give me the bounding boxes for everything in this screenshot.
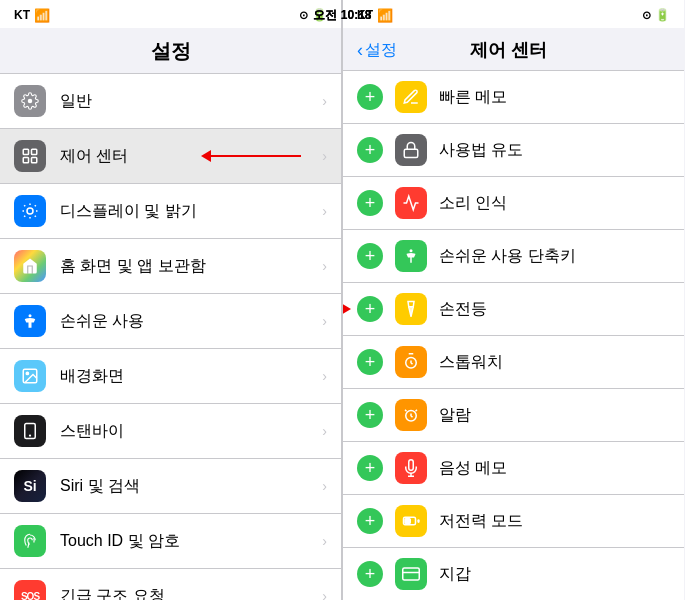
left-panel: KT 📶 오전 10:18 ⊙ 🔋 설정 일반 › — [0, 0, 342, 600]
accessibility-shortcut-icon — [395, 240, 427, 272]
accessibility-shortcut-label: 손쉬운 사용 단축키 — [439, 246, 670, 267]
status-left: KT 📶 — [14, 8, 50, 23]
flashlight-arrow-annotation — [343, 303, 351, 315]
flashlight-arrow-head — [343, 303, 351, 315]
add-voice-memo-button[interactable]: + — [357, 455, 383, 481]
control-item-low-power[interactable]: + 저전력 모드 — [343, 495, 684, 548]
svg-line-37 — [416, 410, 418, 412]
standby-icon — [14, 415, 46, 447]
control-item-quick-note[interactable]: + 빠른 메모 — [343, 71, 684, 124]
emergency-chevron: › — [322, 588, 327, 600]
control-item-sound-recognition[interactable]: + 소리 인식 — [343, 177, 684, 230]
low-power-icon — [395, 505, 427, 537]
arrow-line — [211, 155, 301, 157]
siri-icon: Si — [14, 470, 46, 502]
sound-recognition-icon — [395, 187, 427, 219]
svg-line-9 — [35, 216, 36, 217]
home-screen-icon — [14, 250, 46, 282]
settings-item-home-screen[interactable]: 홈 화면 및 앱 보관함 › — [0, 239, 341, 294]
settings-item-general[interactable]: 일반 › — [0, 74, 341, 129]
touchid-chevron: › — [322, 533, 327, 549]
control-item-accessibility-shortcut[interactable]: + 손쉬운 사용 단축키 — [343, 230, 684, 283]
wallpaper-chevron: › — [322, 368, 327, 384]
svg-rect-30 — [404, 149, 418, 157]
general-label: 일반 — [60, 91, 322, 112]
display-icon — [14, 195, 46, 227]
add-accessibility-shortcut-button[interactable]: + — [357, 243, 383, 269]
control-center-list[interactable]: + 빠른 메모 + 사용법 유도 + 소리 인식 + — [343, 71, 684, 600]
general-chevron: › — [322, 93, 327, 109]
add-wallet-button[interactable]: + — [357, 561, 383, 587]
guided-access-label: 사용법 유도 — [439, 140, 670, 161]
right-nav-bar: ‹ 설정 제어 센터 — [343, 28, 684, 71]
svg-rect-42 — [403, 568, 420, 580]
accessibility-icon — [14, 305, 46, 337]
touchid-icon — [14, 525, 46, 557]
svg-line-12 — [24, 216, 25, 217]
accessibility-chevron: › — [322, 313, 327, 329]
control-item-wallet[interactable]: + 지갑 — [343, 548, 684, 600]
control-item-stopwatch[interactable]: + 스톱워치 — [343, 336, 684, 389]
arrow-annotation — [201, 150, 301, 162]
standby-chevron: › — [322, 423, 327, 439]
svg-rect-2 — [32, 149, 37, 154]
add-stopwatch-button[interactable]: + — [357, 349, 383, 375]
control-item-guided-access[interactable]: + 사용법 유도 — [343, 124, 684, 177]
stopwatch-label: 스톱워치 — [439, 352, 670, 373]
svg-line-36 — [405, 410, 407, 412]
low-power-label: 저전력 모드 — [439, 511, 670, 532]
svg-point-0 — [28, 99, 33, 104]
back-label: 설정 — [365, 40, 397, 61]
add-alarm-button[interactable]: + — [357, 402, 383, 428]
settings-item-emergency[interactable]: SOS 긴급 구조 요청 › — [0, 569, 341, 600]
add-flashlight-button[interactable]: + — [357, 296, 383, 322]
guided-access-icon — [395, 134, 427, 166]
control-item-flashlight[interactable]: + 손전등 — [343, 283, 684, 336]
alarm-icon — [395, 399, 427, 431]
svg-point-16 — [26, 372, 28, 374]
status-right-right: ⊙ 🔋 — [642, 8, 670, 22]
add-sound-recognition-button[interactable]: + — [357, 190, 383, 216]
control-item-voice-memo[interactable]: + 음성 메모 — [343, 442, 684, 495]
emergency-label: 긴급 구조 요청 — [60, 586, 322, 601]
voice-memo-label: 음성 메모 — [439, 458, 670, 479]
flashlight-icon — [395, 293, 427, 325]
wallpaper-icon — [14, 360, 46, 392]
quick-note-icon — [395, 81, 427, 113]
right-title: 제어 센터 — [401, 38, 616, 62]
wallet-icon — [395, 558, 427, 590]
svg-rect-3 — [23, 158, 28, 163]
add-quick-note-button[interactable]: + — [357, 84, 383, 110]
stopwatch-icon — [395, 346, 427, 378]
settings-item-control-center[interactable]: 제어 센터 › — [0, 129, 341, 184]
svg-rect-41 — [405, 519, 410, 524]
settings-item-wallpaper[interactable]: 배경화면 › — [0, 349, 341, 404]
wifi-icon-right: 📶 — [377, 8, 393, 23]
settings-item-standby[interactable]: 스탠바이 › — [0, 404, 341, 459]
quick-note-label: 빠른 메모 — [439, 87, 670, 108]
voice-memo-icon — [395, 452, 427, 484]
svg-point-5 — [27, 208, 33, 214]
settings-list[interactable]: 일반 › 제어 센터 › — [0, 74, 341, 600]
settings-item-touchid[interactable]: Touch ID 및 암호 › — [0, 514, 341, 569]
arrow-head — [201, 150, 211, 162]
wallpaper-label: 배경화면 — [60, 366, 322, 387]
settings-item-siri[interactable]: Si Siri 및 검색 › — [0, 459, 341, 514]
control-center-icon — [14, 140, 46, 172]
alarm-label: 알람 — [439, 405, 670, 426]
control-item-alarm[interactable]: + 알람 — [343, 389, 684, 442]
accessibility-label: 손쉬운 사용 — [60, 311, 322, 332]
standby-label: 스탠바이 — [60, 421, 322, 442]
add-guided-access-button[interactable]: + — [357, 137, 383, 163]
settings-item-display[interactable]: 디스플레이 및 밝기 › — [0, 184, 341, 239]
back-button[interactable]: ‹ 설정 — [357, 40, 397, 61]
sound-recognition-label: 소리 인식 — [439, 193, 670, 214]
general-icon — [14, 85, 46, 117]
svg-point-14 — [29, 314, 32, 317]
settings-item-accessibility[interactable]: 손쉬운 사용 › — [0, 294, 341, 349]
battery-icon-right: 🔋 — [655, 8, 670, 22]
add-low-power-button[interactable]: + — [357, 508, 383, 534]
back-chevron-icon: ‹ — [357, 40, 363, 61]
left-nav-bar: 설정 — [0, 28, 341, 74]
svg-point-31 — [410, 249, 413, 252]
